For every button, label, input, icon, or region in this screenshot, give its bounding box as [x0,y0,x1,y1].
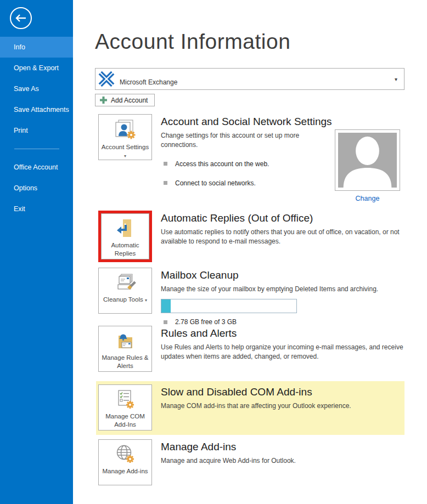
mailbox-usage-bar [161,299,297,313]
page-title: Account Information [95,29,404,55]
automatic-replies-desc: Use automatic replies to notify others t… [161,228,404,247]
sidebar-item-options[interactable]: Options [0,178,73,199]
account-settings-desc: Change settings for this account or set … [161,131,325,150]
account-settings-heading: Account and Social Network Settings [161,115,332,128]
sidebar-item-print[interactable]: Print [0,120,73,141]
bullet-social-networks: Connect to social networks. [161,179,332,187]
automatic-replies-label: Automatic Replies [102,241,149,258]
manage-addins-label: Manage Add-ins [100,467,149,475]
bullet-square-icon [164,181,167,185]
manage-com-addins-label: Manage COM Add-Ins [99,412,151,429]
sidebar-item-exit[interactable]: Exit [0,199,73,219]
dropdown-caret-icon: ▾ [124,154,126,158]
back-button[interactable] [10,7,32,29]
automatic-replies-button[interactable]: Automatic Replies [101,213,149,259]
chevron-down-icon: ▾ [395,76,397,82]
red-annotation-box: Automatic Replies [98,211,152,262]
rules-alerts-heading: Rules and Alerts [161,327,404,340]
account-information-pane: Account Information Microsoft Exchange ▾… [73,0,427,504]
rules-alerts-icon [114,331,136,352]
cleanup-tools-label: Cleanup Tools ▾ [102,296,149,304]
web-addins-heading: Manage Add-ins [161,440,296,454]
account-settings-label: Account Settings ▾ [99,143,151,160]
account-selector-dropdown[interactable]: Microsoft Exchange ▾ [95,68,404,90]
manage-rules-alerts-label: Manage Rules & Alerts [99,354,151,370]
account-settings-icon [113,119,137,141]
com-addins-heading: Slow and Disabled COM Add-ins [161,386,351,399]
com-addins-desc: Manage COM add-ins that are affecting yo… [161,401,351,411]
bullet-web-access: Access this account on the web. [161,160,332,168]
manage-rules-alerts-button[interactable]: Manage Rules & Alerts [98,326,152,372]
web-addins-desc: Manage and acquire Web Add-ins for Outlo… [161,456,296,466]
section-mailbox-cleanup: Cleanup Tools ▾ Mailbox Cleanup Manage t… [98,268,404,326]
section-rules-alerts: Manage Rules & Alerts Rules and Alerts U… [98,326,404,381]
mailbox-cleanup-heading: Mailbox Cleanup [161,269,378,282]
mailbox-usage-row: 2.78 GB free of 3 GB [161,318,378,326]
sidebar-item-save-attachments[interactable]: Save Attachments [0,99,73,120]
plus-icon [100,97,107,104]
add-account-button[interactable]: Add Account [95,94,155,106]
outlook-backstage-info: Info Open & Export Save As Save Attachme… [0,0,427,504]
back-arrow-icon [15,14,27,22]
account-selector-value: Microsoft Exchange [120,78,177,86]
web-addins-icon [114,444,136,465]
cleanup-tools-icon [114,273,136,293]
person-silhouette-icon [338,133,397,188]
sidebar-item-save-as[interactable]: Save As [0,78,73,99]
mailbox-usage-fill [161,299,171,313]
bullet-square-icon [164,320,167,324]
dropdown-caret-icon: ▾ [145,298,147,303]
user-photo-block: Change [335,129,400,203]
bullet-web-access-text: Access this account on the web. [175,160,269,168]
manage-addins-button[interactable]: Manage Add-ins [98,439,152,485]
exchange-logo-icon [97,70,116,88]
sidebar-divider [14,149,59,149]
account-settings-button[interactable]: Account Settings ▾ [98,114,152,160]
cleanup-tools-button[interactable]: Cleanup Tools ▾ [98,268,152,314]
com-addins-icon [114,389,136,410]
bullet-social-networks-text: Connect to social networks. [175,179,256,187]
manage-com-addins-button[interactable]: Manage COM Add-Ins [98,384,152,431]
mailbox-usage-text: 2.78 GB free of 3 GB [175,318,237,326]
user-photo-placeholder [335,129,400,191]
mailbox-cleanup-desc: Manage the size of your mailbox by empty… [161,285,378,294]
add-account-label: Add Account [111,97,148,104]
change-photo-link[interactable]: Change [356,195,380,202]
section-com-addins-highlight: Manage COM Add-Ins Slow and Disabled COM… [96,381,404,435]
sidebar-item-open-export[interactable]: Open & Export [0,58,73,78]
section-web-addins: Manage Add-ins Manage Add-ins Manage and… [98,439,404,489]
section-account-settings: Account Settings ▾ Account and Social Ne… [98,114,404,211]
sidebar-item-office-account[interactable]: Office Account [0,157,73,178]
rules-alerts-desc: Use Rules and Alerts to help organize yo… [161,343,404,362]
automatic-replies-heading: Automatic Replies (Out of Office) [161,212,404,225]
bullet-square-icon [164,162,167,166]
backstage-sidebar: Info Open & Export Save As Save Attachme… [0,0,73,504]
sidebar-item-info[interactable]: Info [0,37,73,58]
section-automatic-replies: Automatic Replies Automatic Replies (Out… [98,211,404,268]
automatic-replies-icon [114,218,136,239]
